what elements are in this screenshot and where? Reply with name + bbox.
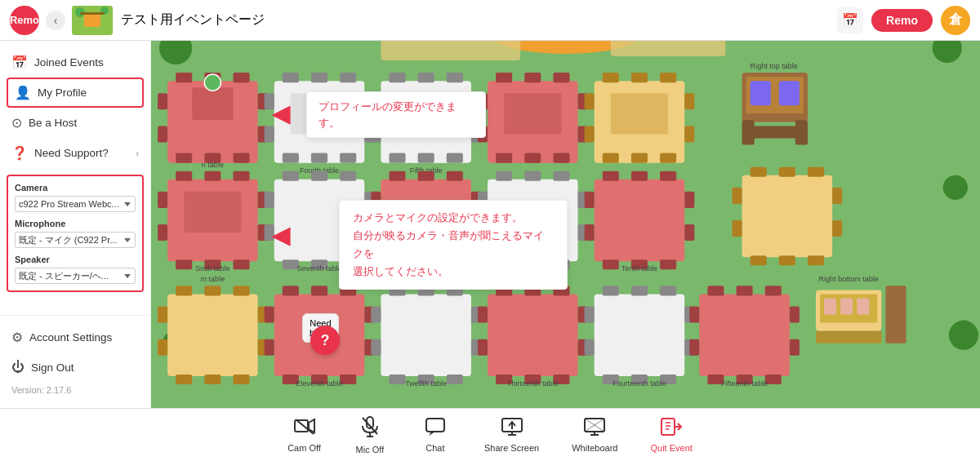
svg-rect-55 <box>504 93 561 134</box>
chat-button[interactable]: Chat <box>403 418 468 453</box>
svg-rect-46 <box>389 153 405 163</box>
share-screen-button[interactable]: Share Screen <box>468 418 555 453</box>
svg-rect-77 <box>684 126 694 142</box>
svg-rect-68 <box>603 73 619 82</box>
svg-rect-168 <box>158 339 167 356</box>
svg-text:Seventh table: Seventh table <box>296 264 341 273</box>
sidebar-item-be-a-host[interactable]: ⊙ Be a Host <box>0 108 150 138</box>
svg-rect-178 <box>265 306 274 322</box>
svg-rect-61 <box>553 153 569 163</box>
support-icon: ❓ <box>11 145 28 161</box>
svg-rect-75 <box>585 126 595 142</box>
svg-rect-246 <box>426 419 444 432</box>
svg-rect-158 <box>832 220 842 237</box>
svg-rect-142 <box>660 259 676 269</box>
svg-rect-146 <box>684 224 694 241</box>
my-profile-label: My Profile <box>38 86 87 99</box>
quit-event-button[interactable]: Quit Event <box>634 418 708 453</box>
whiteboard-button[interactable]: Whiteboard <box>555 418 634 453</box>
svg-rect-238 <box>857 298 869 314</box>
quit-icon <box>661 418 682 441</box>
sidebar-item-need-support[interactable]: ❓ Need Support? › <box>0 138 150 168</box>
profile-arrow: ◀ <box>272 100 290 127</box>
svg-text:Twelfth table: Twelfth table <box>405 379 447 388</box>
device-annotation: カメラとマイクの設定ができます。 自分が映るカメラ・音声が聞こえるマイクを 選択… <box>339 200 568 290</box>
chevron-right-icon: › <box>136 148 139 159</box>
main-area: 📅 Joined Events 👤 My Profile ⊙ Be a Host… <box>0 41 980 408</box>
svg-rect-203 <box>478 339 488 356</box>
svg-rect-137 <box>603 171 619 181</box>
sidebar-item-my-profile[interactable]: 👤 My Profile <box>7 78 144 108</box>
svg-rect-71 <box>603 153 619 163</box>
svg-rect-214 <box>585 306 595 322</box>
svg-rect-139 <box>660 171 676 181</box>
chat-label: Chat <box>425 443 444 453</box>
back-button[interactable]: ‹ <box>46 11 65 30</box>
device-arrow: ◀ <box>272 222 290 249</box>
remo-button[interactable]: Remo <box>871 9 933 32</box>
svg-rect-44 <box>418 73 434 82</box>
svg-rect-45 <box>447 73 463 82</box>
sidebar-item-joined-events[interactable]: 📅 Joined Events <box>0 47 150 78</box>
mic-off-icon <box>361 416 379 442</box>
svg-rect-227 <box>689 339 699 356</box>
svg-rect-30 <box>283 73 299 82</box>
svg-point-9 <box>949 321 978 350</box>
profile-annotation: プロフィールの変更ができます。 <box>306 91 486 138</box>
svg-rect-33 <box>283 153 299 163</box>
avatar[interactable]: 倉 <box>941 6 970 35</box>
help-circle-button[interactable]: ? <box>310 326 340 355</box>
svg-rect-157 <box>832 188 842 204</box>
svg-rect-154 <box>808 255 824 265</box>
svg-rect-127 <box>553 171 569 181</box>
svg-rect-226 <box>689 306 699 322</box>
cam-off-button[interactable]: Cam Off <box>271 418 337 453</box>
svg-rect-210 <box>660 286 676 295</box>
remo-logo[interactable]: Remo <box>10 6 39 35</box>
svg-point-27 <box>204 74 220 91</box>
svg-rect-221 <box>737 286 753 295</box>
svg-rect-58 <box>553 73 569 82</box>
mic-off-button[interactable]: Mic Off <box>337 416 403 454</box>
bottom-bar: Cam Off Mic Off Chat <box>0 408 980 461</box>
svg-rect-152 <box>751 255 767 265</box>
calendar-icon[interactable]: 📅 <box>837 7 863 33</box>
svg-rect-126 <box>524 171 541 181</box>
svg-text:Thirteenth table: Thirteenth table <box>507 379 559 388</box>
camera-select[interactable]: c922 Pro Stream Webc... <box>15 196 136 212</box>
speaker-select[interactable]: 既定 - スピーカー/ヘ... <box>15 268 136 284</box>
sidebar-item-account-settings[interactable]: ⚙ Account Settings <box>0 322 150 352</box>
svg-rect-57 <box>524 73 541 82</box>
svg-rect-24 <box>158 126 167 142</box>
svg-rect-84 <box>751 81 771 105</box>
svg-rect-76 <box>684 93 694 109</box>
account-settings-label: Account Settings <box>29 331 112 344</box>
svg-rect-92 <box>176 259 192 269</box>
svg-text:Fourteenth table: Fourteenth table <box>612 379 666 388</box>
signout-icon: ⏻ <box>11 360 24 375</box>
svg-rect-88 <box>184 192 241 233</box>
svg-rect-172 <box>283 286 299 295</box>
mic-off-label: Mic Off <box>356 445 385 454</box>
svg-rect-47 <box>418 153 434 163</box>
svg-rect-209 <box>631 286 648 295</box>
svg-rect-144 <box>585 224 595 241</box>
share-screen-icon <box>501 418 523 441</box>
svg-rect-151 <box>808 167 824 177</box>
microphone-select[interactable]: 既定 - マイク (C922 Pr... <box>15 232 136 248</box>
svg-rect-167 <box>158 306 167 322</box>
calendar-nav-icon: 📅 <box>11 55 28 70</box>
be-a-host-label: Be a Host <box>29 117 77 129</box>
svg-rect-31 <box>311 73 327 82</box>
svg-rect-102 <box>311 171 327 181</box>
sidebar-item-sign-out[interactable]: ⏻ Sign Out <box>0 352 150 382</box>
microphone-label: Microphone <box>15 219 136 228</box>
svg-rect-215 <box>585 339 595 356</box>
svg-rect-90 <box>204 171 220 181</box>
svg-rect-60 <box>524 153 541 163</box>
speaker-label: Speaker <box>15 255 136 264</box>
svg-rect-160 <box>167 294 258 375</box>
svg-rect-70 <box>660 73 676 82</box>
share-screen-label: Share Screen <box>484 443 539 453</box>
svg-rect-222 <box>765 286 782 295</box>
